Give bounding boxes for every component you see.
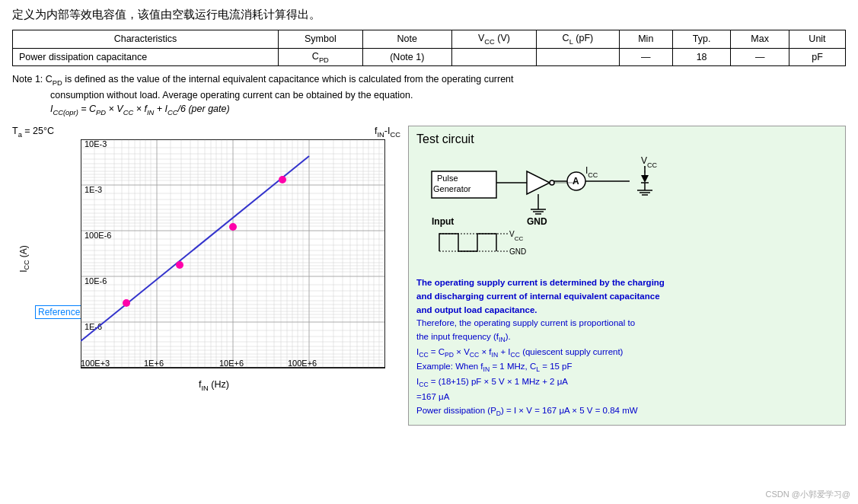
cell-typ: 18 [672, 48, 731, 66]
svg-point-103 [279, 176, 286, 183]
chinese-header: 定义为内部等效电容值，该值由空载运行电流消耗计算得出。 [12, 8, 846, 22]
col-vcc: VCC (V) [451, 30, 536, 49]
svg-text:VCC: VCC [641, 155, 658, 169]
desc-line-4: Therefore, the operating supply current … [416, 317, 837, 330]
desc-line-3: and output load capacitance. [416, 304, 837, 317]
svg-text:10E-6: 10E-6 [85, 276, 107, 285]
col-characteristics: Characteristics [13, 30, 279, 49]
description-text: The operating supply current is determin… [416, 276, 837, 419]
circuit-diagram-svg: VCC A ICC [416, 152, 675, 270]
desc-line-1: The operating supply current is determin… [416, 276, 837, 290]
cell-cl [537, 48, 620, 66]
svg-text:VCC: VCC [509, 230, 523, 242]
test-circuit-title: Test circuit [416, 132, 837, 146]
cell-unit: pF [789, 48, 845, 66]
svg-text:100E-6: 100E-6 [85, 231, 111, 240]
note1-line2: consumption without load. Average operat… [50, 88, 846, 103]
col-min: Min [619, 30, 672, 49]
y-axis-label: ICC (A) [18, 245, 30, 273]
cell-vcc [451, 48, 536, 66]
cell-note: (Note 1) [362, 48, 451, 66]
main-content: Ta = 25°C fIN-ICC ICC (A) Reference [12, 126, 846, 426]
desc-line-8: ICC = (18+15) pF × 5 V × 1 MHz + 2 μA [416, 375, 837, 391]
svg-text:GND: GND [509, 247, 526, 256]
svg-text:1E+6: 1E+6 [144, 359, 164, 368]
chart-svg-container: 10E-3 1E-3 100E-6 10E-6 1E-6 100E+3 1E+6… [81, 139, 385, 378]
test-circuit-box: Test circuit VCC A ICC [408, 126, 846, 426]
svg-marker-118 [527, 171, 550, 194]
chart-area: Ta = 25°C fIN-ICC ICC (A) Reference [12, 126, 400, 426]
desc-line-2: and discharging current of internal equi… [416, 290, 837, 304]
svg-point-100 [123, 299, 130, 307]
svg-text:Pulse: Pulse [437, 174, 458, 183]
svg-text:100E+3: 100E+3 [81, 359, 110, 368]
svg-text:Generator: Generator [433, 184, 471, 193]
col-unit: Unit [789, 30, 845, 49]
x-axis-label: fIN (Hz) [27, 379, 400, 392]
reference-label[interactable]: Reference [35, 199, 81, 319]
svg-text:Input: Input [432, 216, 454, 227]
desc-line-7: Example: When fIN = 1 MHz, CL = 15 pF [416, 360, 837, 375]
cell-min: — [619, 48, 672, 66]
ta-label: Ta = 25°C [12, 126, 54, 139]
svg-text:10E-3: 10E-3 [85, 139, 107, 148]
note1-formula: ICC(opr) = CPD × VCC × fIN + ICC/6 (per … [50, 102, 846, 118]
note-section: Note 1: CPD is defined as the value of t… [12, 72, 846, 118]
y-axis-area: ICC (A) [12, 141, 35, 377]
col-max: Max [731, 30, 789, 49]
svg-text:100E+6: 100E+6 [288, 359, 317, 368]
col-typ: Typ. [672, 30, 731, 49]
chart-with-axes: ICC (A) Reference [12, 139, 400, 378]
chart-title-row: Ta = 25°C fIN-ICC [12, 126, 400, 139]
col-symbol: Symbol [279, 30, 363, 49]
svg-text:GND: GND [527, 216, 547, 227]
desc-line-10: Power dissipation (PD) = I × V = 167 μA … [416, 404, 837, 419]
svg-text:10E+6: 10E+6 [219, 359, 244, 368]
cell-characteristic: Power dissipation capacitance [13, 48, 279, 66]
desc-line-5: the input frequency (fIN). [416, 330, 837, 346]
characteristics-table: Characteristics Symbol Note VCC (V) CL (… [12, 30, 846, 66]
col-cl: CL (pF) [537, 30, 620, 49]
fin-icc-label: fIN-ICC [375, 126, 400, 139]
svg-point-119 [550, 180, 554, 185]
table-row: Power dissipation capacitance CPD (Note … [13, 48, 846, 66]
chart-svg: 10E-3 1E-3 100E-6 10E-6 1E-6 100E+3 1E+6… [81, 139, 385, 375]
svg-text:ICC: ICC [585, 165, 598, 179]
svg-point-101 [176, 261, 183, 269]
cell-symbol: CPD [279, 48, 363, 66]
cell-max: — [731, 48, 789, 66]
svg-text:A: A [573, 176, 579, 187]
note1-line1: Note 1: CPD is defined as the value of t… [12, 72, 846, 88]
col-note: Note [362, 30, 451, 49]
desc-line-9: =167 μA [416, 391, 837, 404]
svg-point-102 [229, 223, 237, 231]
svg-text:1E-3: 1E-3 [85, 185, 102, 194]
watermark: CSDN @小郭爱学习@ [765, 489, 850, 500]
desc-line-6: ICC = CPD × VCC × fIN + ICC (quiescent s… [416, 346, 837, 361]
